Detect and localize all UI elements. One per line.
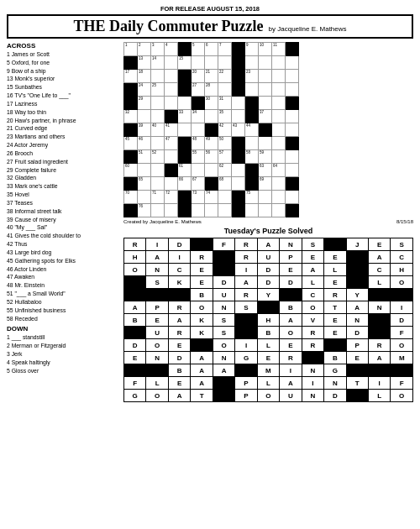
- grid-cell: [272, 97, 286, 110]
- solved-cell: L: [324, 264, 346, 276]
- grid-cell: [138, 110, 151, 123]
- grid-cell: 30: [205, 97, 218, 110]
- clue-item: 40 "My ___ Sal": [7, 224, 120, 232]
- grid-cell: [272, 204, 286, 217]
- grid-cell: [286, 56, 299, 70]
- clue-item: 23 Martians and others: [7, 134, 120, 141]
- solved-cell: [346, 390, 368, 402]
- grid-cell: [272, 191, 286, 204]
- grid-cell: [165, 177, 178, 191]
- solved-grid: RIDFRANSJESHAIRRUPEEACONCEIDEALCHSKEDADD…: [123, 238, 413, 402]
- solved-cell: D: [124, 339, 146, 352]
- grid-cell: [232, 110, 245, 123]
- solved-cell: [346, 364, 368, 377]
- solved-cell: A: [235, 276, 257, 289]
- right-column: 1234567910111314151718202122232425272829…: [123, 42, 413, 524]
- grid-cell: [245, 164, 259, 177]
- grid-cell: 55: [192, 150, 205, 164]
- grid-cell: [124, 97, 138, 110]
- grid-cell: [286, 123, 299, 137]
- solved-section: Tuesday's Puzzle Solved RIDFRANSJESHAIRR…: [123, 227, 413, 524]
- grid-credit: Created by Jacqueline E. Mathews 8/15/18: [123, 219, 413, 224]
- grid-cell: [205, 204, 218, 217]
- grid-cell: 37: [259, 110, 272, 123]
- grid-cell: [232, 83, 245, 97]
- solved-cell: [124, 289, 146, 301]
- grid-cell: [245, 56, 259, 70]
- clue-item: 58 Receded: [7, 316, 120, 323]
- solved-cell: C: [302, 289, 323, 301]
- solved-cell: [213, 264, 234, 276]
- solved-cell: C: [391, 251, 413, 264]
- clue-item: 20 Haw's partner, in phrase: [7, 118, 120, 125]
- clue-item: 42 Thus: [7, 241, 120, 249]
- clue-item: 41 Gives the cold shoulder to: [7, 233, 120, 240]
- solved-cell: K: [191, 327, 213, 339]
- grid-cell: [272, 83, 286, 97]
- solved-cell: O: [146, 339, 168, 352]
- grid-cell: 13: [138, 56, 151, 70]
- solved-cell: O: [257, 390, 279, 402]
- solved-cell: D: [168, 352, 190, 364]
- grid-cell: [218, 83, 232, 97]
- solved-cell: V: [302, 314, 323, 327]
- grid-cell: [218, 191, 232, 204]
- solved-cell: E: [191, 276, 213, 289]
- clue-item: 47 Awaken: [7, 274, 120, 281]
- solved-cell: R: [168, 301, 190, 314]
- solved-cell: P: [235, 377, 257, 390]
- grid-cell: 50: [218, 137, 232, 150]
- grid-cell: 4: [165, 43, 178, 56]
- grid-cell: 32: [124, 110, 138, 123]
- grid-cell: [245, 110, 259, 123]
- solved-cell: R: [324, 289, 346, 301]
- solved-cell: A: [280, 377, 302, 390]
- grid-cell: [192, 123, 205, 137]
- grid-cell: [259, 191, 272, 204]
- solved-cell: N: [213, 352, 234, 364]
- solved-cell: A: [168, 314, 190, 327]
- solved-cell: [368, 314, 390, 327]
- solved-cell: A: [368, 251, 390, 264]
- solved-cell: E: [257, 352, 279, 364]
- grid-cell: 28: [205, 83, 218, 97]
- solved-cell: N: [146, 264, 168, 276]
- solved-cell: [368, 289, 390, 301]
- solved-cell: P: [146, 301, 168, 314]
- grid-cell: 58: [245, 150, 259, 164]
- solved-cell: B: [324, 352, 346, 364]
- solved-cell: N: [302, 390, 323, 402]
- solved-cell: B: [168, 364, 190, 377]
- clue-item: 16 TV's "One Life to ___": [7, 92, 120, 100]
- solved-cell: D: [346, 327, 368, 339]
- grid-cell: 52: [151, 150, 165, 164]
- grid-cell: [178, 70, 192, 83]
- grid-cell: [151, 137, 165, 150]
- solved-cell: [257, 301, 279, 314]
- solved-cell: P: [235, 390, 257, 402]
- solved-cell: O: [280, 327, 302, 339]
- grid-cell: 49: [205, 137, 218, 150]
- grid-cell: [124, 123, 138, 137]
- solved-cell: T: [324, 301, 346, 314]
- solved-cell: O: [191, 301, 213, 314]
- solved-cell: M: [257, 364, 279, 377]
- grid-cell: [192, 204, 205, 217]
- solved-cell: E: [324, 276, 346, 289]
- grid-cell: [178, 137, 192, 150]
- grid-cell: 64: [272, 164, 286, 177]
- solved-cell: R: [235, 251, 257, 264]
- solved-cell: M: [391, 352, 413, 364]
- solved-cell: A: [191, 364, 213, 377]
- solved-cell: A: [302, 264, 323, 276]
- grid-cell: 69: [259, 177, 272, 191]
- grid-cell: 61: [178, 164, 192, 177]
- solved-cell: I: [391, 301, 413, 314]
- solved-cell: S: [213, 314, 234, 327]
- solved-cell: R: [368, 339, 390, 352]
- solved-cell: U: [257, 251, 279, 264]
- solved-cell: U: [213, 289, 234, 301]
- grid-cell: [124, 150, 138, 164]
- grid-cell: 62: [218, 164, 232, 177]
- grid-cell: [286, 110, 299, 123]
